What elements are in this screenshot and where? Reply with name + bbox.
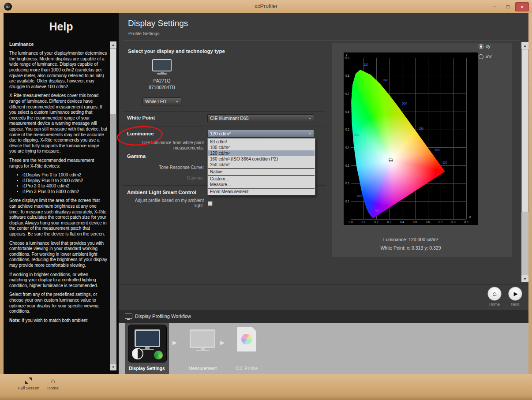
color-swirl-icon <box>241 334 252 344</box>
help-paragraph: Choose a luminance level that provides y… <box>9 241 107 269</box>
dropdown-option[interactable]: From Measurement <box>208 188 315 194</box>
home-bottom-label: Home <box>41 385 65 390</box>
gamma-disabled-label: Gamma: <box>177 176 204 181</box>
help-content: Luminance The luminance of your display/… <box>9 41 107 372</box>
help-bullets: i1Display Pro 0 to 1000 cd/m2i1Display P… <box>9 172 107 194</box>
tone-response-label: Tone Response Curve: <box>155 165 204 170</box>
window-title: ccProfiler <box>0 3 532 9</box>
help-intro: The luminance of your display/monitor de… <box>9 51 107 169</box>
radio-uv[interactable]: u'v' <box>479 54 492 59</box>
chevron-down-icon: ▼ <box>308 132 311 135</box>
next-button[interactable]: ▶ <box>508 287 522 301</box>
dropdown-option[interactable]: 100 cd/m² <box>208 145 315 150</box>
main-scrollbar[interactable]: ▲ ▼ <box>521 42 528 282</box>
main-scrollbar-thumb[interactable] <box>521 49 528 212</box>
chevron-down-icon: ▼ <box>176 100 179 103</box>
home-icon: ⌂ <box>41 378 65 384</box>
monitor-icon <box>152 59 172 76</box>
home-button-label: Home <box>486 302 503 307</box>
close-button[interactable]: × <box>515 2 529 11</box>
arrow-right-icon: ▶ <box>172 339 177 346</box>
icc-profile-icon <box>237 327 256 351</box>
ambient-checkbox-label: Adjust profile based on my ambient light… <box>128 198 204 209</box>
radio-button-icon <box>479 44 483 49</box>
help-bullet: i1Pro 2 0 to 4000 cd/m2 <box>22 183 107 189</box>
help-scrollbar[interactable]: ▲ ▼ <box>110 41 116 370</box>
help-paragraph: These are the recommended measurement ra… <box>9 158 107 169</box>
chart-panel: xy u'v' 0.00.10.20.30.40.50.60.70.80.9 0… <box>332 43 512 257</box>
radio-uv-label: u'v' <box>486 54 492 59</box>
technology-dropdown[interactable]: White LED ▼ <box>142 97 181 105</box>
gauge-icon <box>132 348 143 359</box>
dropdown-option[interactable]: 80 cd/m² <box>208 139 315 145</box>
scroll-up-icon[interactable]: ▲ <box>110 41 116 48</box>
luminance-dropdown-list: 80 cd/m²100 cd/m²120 cd/m²160 cd/m² (ISO… <box>207 138 315 195</box>
help-scrollbar-thumb[interactable] <box>110 48 116 114</box>
help-bullet: i1Display Plus 0 to 2000 cd/m2 <box>22 178 107 184</box>
display-serial: 87100284TB <box>140 85 184 90</box>
help-note-text: If you wish to match both ambient <box>21 318 88 323</box>
chevron-down-icon: ▼ <box>308 117 311 120</box>
arrow-right-icon: ▶ <box>220 339 225 346</box>
scroll-up-icon[interactable]: ▲ <box>521 42 528 49</box>
header-divider <box>123 41 520 41</box>
caption-buttons: – □ × <box>488 2 529 11</box>
divider <box>119 284 528 285</box>
dropdown-option[interactable]: Measure... <box>208 182 315 187</box>
app-window: iD ccProfiler – □ × Help Luminance The l… <box>0 0 532 400</box>
radio-xy-label: xy <box>486 44 491 49</box>
scroll-down-icon[interactable]: ▼ <box>110 364 116 370</box>
home-button-bottom[interactable]: ⌂ Home <box>41 378 65 390</box>
dropdown-option[interactable]: 120 cd/m² <box>208 150 315 156</box>
radio-button-icon <box>479 54 483 59</box>
workflow-step-label: Display Settings <box>125 366 169 371</box>
workflow-step-label: Measurement <box>180 366 225 371</box>
workflow-monitor-icon <box>125 314 132 319</box>
white-point-dropdown[interactable]: CIE Illuminant D65 ▼ <box>207 114 314 122</box>
ambient-checkbox[interactable] <box>208 201 213 206</box>
workflow-step-display-settings[interactable]: Display Settings <box>125 323 169 374</box>
display-settings-icon <box>128 325 167 363</box>
full-screen-label: Full Screen <box>16 385 41 390</box>
help-paragraph: Select from any of the predefined settin… <box>9 292 107 314</box>
workflow-step-icc-profile[interactable]: ICC Profile <box>225 323 269 374</box>
readout-white-point: White Point: x: 0.313 y: 0.329 <box>344 245 478 250</box>
display-section-label: Select your display and technology type <box>128 49 225 54</box>
minimize-button[interactable]: – <box>488 2 501 11</box>
home-icon: ⌂ <box>492 290 497 297</box>
help-paragraph: X-Rite measurement devices cover this br… <box>9 93 107 154</box>
help-bullet: i1Pro 3 Plus 0 to 5000 cd/m2 <box>22 189 107 195</box>
workflow-body: Display Settings ▶ Measurement ▶ ICC Pro… <box>119 323 528 374</box>
help-panel: Help Luminance The luminance of your dis… <box>4 13 119 374</box>
help-paragraph: Some displays limit the area of the scre… <box>9 198 107 237</box>
wavelength-labels: 460480500520540560580600620 <box>344 52 478 225</box>
maximize-button[interactable]: □ <box>502 2 514 11</box>
page-subtitle: Profile Settings <box>128 31 160 36</box>
scroll-down-icon[interactable]: ▼ <box>521 275 528 282</box>
full-screen-button[interactable]: Full Screen <box>16 378 41 390</box>
radio-xy[interactable]: xy <box>479 44 491 49</box>
bottom-bar: Full Screen ⌂ Home <box>0 374 532 400</box>
luminance-dropdown[interactable]: 120 cd/m² ▼ <box>207 130 314 138</box>
play-icon: ▶ <box>513 291 517 296</box>
measurement-icon <box>190 329 215 348</box>
dropdown-option[interactable]: Native <box>208 168 315 175</box>
page-title: Display Settings <box>128 19 188 28</box>
white-point-value: CIE Illuminant D65 <box>210 116 249 121</box>
dropdown-option[interactable]: 250 cd/m² <box>208 162 315 168</box>
dropdown-option[interactable]: Custom... <box>208 175 315 182</box>
workflow-step-measurement[interactable]: Measurement <box>180 323 225 374</box>
dropdown-option[interactable]: 160 cd/m² (ISO 3664 condition P2) <box>208 156 315 162</box>
readout-luminance: Luminance: 120.000 cd/m² <box>344 237 478 242</box>
refresh-icon <box>154 351 163 359</box>
chromaticity-chart: 0.00.10.20.30.40.50.60.70.80.9 0.10.20.3… <box>344 52 478 225</box>
white-point-label: White Point <box>127 115 155 120</box>
display-tile[interactable]: PA271Q 87100284TB <box>140 59 184 90</box>
home-button[interactable]: ⌂ <box>487 287 502 301</box>
help-outro: Some displays limit the area of the scre… <box>9 198 107 314</box>
workflow-title: Display Profiling Workflow <box>135 314 191 319</box>
divider <box>123 111 326 112</box>
fullscreen-icon <box>25 378 32 384</box>
next-button-label: Next <box>506 302 524 307</box>
y-axis-letter: y <box>346 53 348 56</box>
